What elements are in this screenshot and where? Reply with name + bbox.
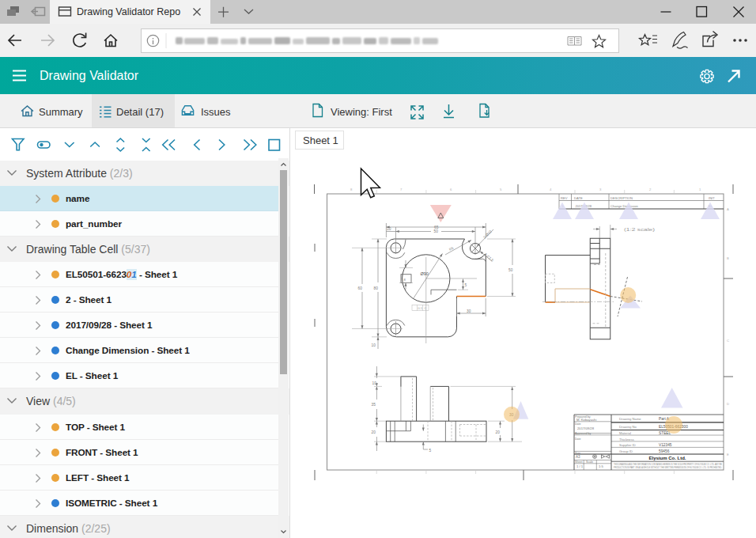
svg-text:A3: A3 [576, 455, 580, 459]
svg-text:2-Ø10: 2-Ø10 [482, 229, 493, 240]
svg-text:50: 50 [508, 268, 513, 272]
svg-text:5: 5 [465, 283, 467, 287]
svg-text:Date: Date [575, 438, 581, 441]
svg-text:59456: 59456 [659, 449, 670, 453]
svg-text:Drawing Name: Drawing Name [619, 417, 641, 421]
svg-text:1: 1 [699, 188, 701, 191]
svg-text:6: 6 [450, 188, 452, 191]
svg-text:C: C [727, 339, 729, 343]
svg-text:1 / 1: 1 / 1 [576, 464, 584, 468]
svg-text:5: 5 [500, 188, 502, 191]
svg-text:Scale: Scale [586, 460, 593, 464]
svg-text:M. Kobayashi: M. Kobayashi [576, 418, 596, 422]
svg-text:Material: Material [619, 431, 631, 435]
svg-text:R5: R5 [448, 246, 455, 252]
svg-text:Drawing No: Drawing No [619, 425, 637, 429]
svg-text:Change Dimension: Change Dimension [610, 204, 639, 208]
svg-text:Date: Date [575, 422, 581, 426]
svg-text:7: 7 [400, 188, 403, 191]
svg-text:60: 60 [358, 286, 363, 290]
svg-text:2017/09/28: 2017/09/28 [577, 426, 595, 430]
svg-text:1:5: 1:5 [599, 464, 603, 468]
svg-text:0.1: 0.1 [418, 307, 422, 310]
svg-text:A: A [727, 207, 729, 211]
svg-text:Sheet: Sheet [575, 460, 582, 464]
svg-text:10: 10 [387, 227, 391, 231]
svg-text:Thickness: Thickness [619, 438, 634, 441]
svg-text:B: B [727, 256, 729, 260]
svg-text:(1:2 scale): (1:2 scale) [624, 227, 656, 232]
svg-text:30: 30 [467, 309, 471, 313]
svg-text:50: 50 [434, 229, 439, 233]
svg-text:INIT: INIT [709, 196, 715, 200]
svg-text:E: E [727, 453, 729, 457]
svg-text:Elysium Co. Ltd.: Elysium Co. Ltd. [648, 456, 686, 460]
svg-text:DATE: DATE [574, 196, 583, 200]
svg-text:2: 2 [649, 188, 652, 191]
svg-text:20: 20 [372, 430, 376, 434]
svg-text:D: D [727, 402, 729, 406]
svg-text:DESCRIPTION: DESCRIPTION [610, 196, 633, 200]
svg-text:Approved by: Approved by [575, 432, 591, 435]
svg-text:10: 10 [372, 381, 377, 385]
svg-text:C: C [425, 307, 427, 310]
svg-text:V12345: V12345 [659, 443, 672, 447]
svg-text:PRODUCTION IN PART OR AS A WHO: PRODUCTION IN PART OR AS A WHOLE WITHOUT… [614, 466, 722, 469]
svg-text:Group ID: Group ID [619, 449, 633, 453]
svg-text:Ø90: Ø90 [421, 271, 429, 276]
svg-text:2-C1.5: 2-C1.5 [483, 252, 494, 263]
svg-text:35: 35 [372, 403, 376, 407]
svg-text:REV: REV [561, 196, 568, 200]
svg-text:20: 20 [496, 430, 501, 434]
svg-text:8: 8 [404, 278, 406, 282]
svg-text:80: 80 [374, 286, 379, 290]
svg-text:Supplier ID: Supplier ID [619, 443, 636, 447]
svg-text:3: 3 [599, 188, 602, 191]
svg-text:4: 4 [550, 188, 552, 191]
svg-text:10: 10 [372, 343, 376, 347]
svg-text:Size: Size [575, 452, 580, 455]
svg-text:8: 8 [350, 188, 353, 191]
svg-text:5: 5 [429, 449, 432, 453]
